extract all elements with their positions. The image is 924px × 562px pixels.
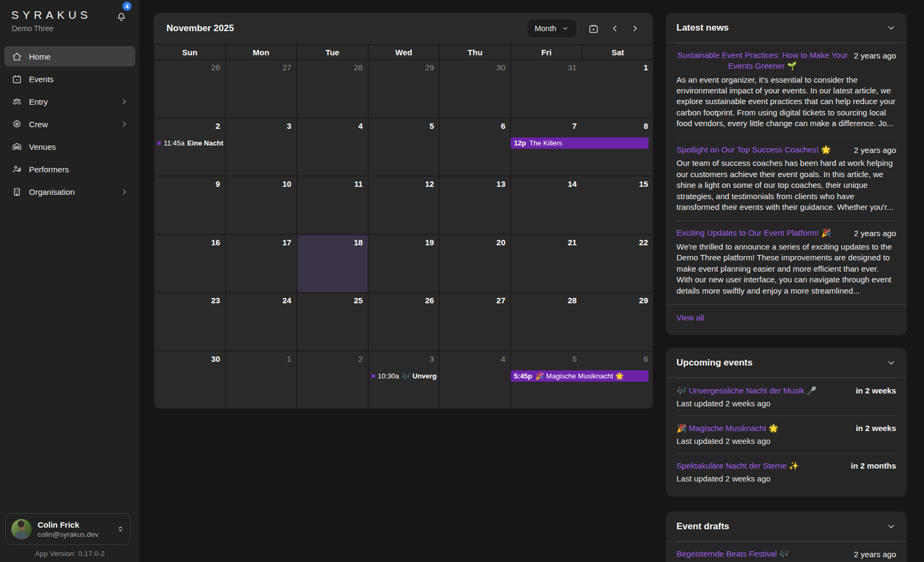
day-number: 22	[586, 238, 648, 247]
organisation-name: Demo Three	[12, 24, 54, 33]
calendar-day-cell[interactable]: 20	[439, 234, 510, 293]
nav-icon	[12, 74, 22, 84]
calendar-day-cell[interactable]: 30	[439, 59, 510, 118]
calendar-day-cell[interactable]: 9	[154, 176, 225, 234]
day-number: 13	[445, 179, 505, 188]
notifications-bell-icon[interactable]	[115, 10, 129, 24]
calendar-day-cell[interactable]: 16	[154, 234, 225, 293]
day-number: 10	[231, 179, 292, 188]
calendar-day-cell[interactable]: 29	[581, 292, 653, 351]
calendar-day-cell[interactable]: 25	[296, 292, 368, 351]
day-number: 2	[159, 121, 220, 130]
news-item-title[interactable]: Sustainable Event Practices: How to Make…	[676, 50, 849, 71]
collapse-chevron-icon[interactable]	[886, 522, 896, 531]
calendar-grid: 26 27 28 29 30 31 1 2 3 4	[154, 59, 653, 408]
nav-label: Home	[29, 52, 50, 61]
event-time: 11:45a	[164, 139, 185, 147]
calendar-day-cell[interactable]: 31	[510, 59, 581, 118]
view-select-button[interactable]: Month	[527, 19, 577, 38]
avatar	[11, 519, 32, 539]
today-calendar-icon[interactable]	[588, 23, 599, 34]
nav-icon	[12, 164, 22, 174]
calendar-day-cell[interactable]: 27	[439, 292, 510, 351]
day-number: 5	[374, 121, 434, 130]
calendar-day-cell[interactable]: 28	[296, 59, 368, 118]
calendar-day-cell[interactable]: 3	[225, 118, 296, 176]
calendar-day-cell[interactable]: 14	[510, 176, 581, 234]
sidebar-item-events[interactable]: Events	[4, 69, 135, 89]
collapse-chevron-icon[interactable]	[886, 23, 896, 33]
chevron-right-icon	[121, 98, 128, 105]
calendar-day-cell[interactable]: 27	[225, 59, 296, 118]
calendar-day-cell[interactable]: 18	[296, 234, 368, 293]
calendar-day-cell[interactable]: 13	[439, 176, 510, 234]
user-profile-menu[interactable]: Colin Frick colin@syrakus.dev	[5, 513, 130, 545]
calendar-event-bar[interactable]: 12pThe Killers	[511, 137, 649, 149]
event-title: 🎉 Magische Musiknacht 🌟	[535, 372, 624, 380]
upcoming-event-title[interactable]: 🎉 Magische Musiknacht 🌟	[676, 424, 779, 433]
sidebar-item-entry[interactable]: Entry	[4, 91, 135, 112]
calendar-event-chip[interactable]: 10:30a🎶 Unvergessliche Nacht der Musik 🎤	[369, 370, 438, 382]
calendar-day-cell[interactable]: 4	[439, 351, 510, 409]
day-number: 3	[374, 354, 434, 363]
calendar-day-cell[interactable]: 5	[368, 118, 439, 176]
upcoming-event-item: 🎉 Magische Musiknacht 🌟 in 2 weeks Last …	[666, 415, 907, 453]
calendar-day-cell[interactable]: 10	[225, 176, 296, 234]
upcoming-event-when: in 2 weeks	[856, 386, 896, 396]
draft-item: Begeisternde Beats Festival 🎶 2 years ag…	[666, 542, 907, 562]
calendar-day-cell[interactable]: 24	[225, 292, 296, 351]
calendar-day-cell[interactable]: 17	[225, 234, 296, 293]
day-number: 30	[445, 63, 505, 72]
collapse-chevron-icon[interactable]	[886, 358, 896, 368]
news-item-title[interactable]: Spotlight on Our Top Success Coaches! 🌟	[676, 144, 849, 155]
calendar-day-cell[interactable]: 6	[439, 118, 510, 176]
nav-label: Venues	[29, 142, 56, 151]
upcoming-events-card: Upcoming events 🎶 Unvergessliche Nacht d…	[666, 348, 907, 497]
calendar-day-cell[interactable]: 4	[296, 118, 368, 176]
calendar-day-cell[interactable]: 21	[510, 234, 581, 293]
calendar-day-cell[interactable]: 15	[581, 176, 653, 234]
calendar-event-bar[interactable]: 5:45p🎉 Magische Musiknacht 🌟	[511, 370, 649, 382]
calendar-day-cell[interactable]: 1	[225, 351, 296, 409]
calendar-day-cell[interactable]: 11	[296, 176, 368, 234]
sidebar-item-organisation[interactable]: Organisation	[4, 181, 135, 202]
calendar-day-cell[interactable]: 12	[368, 176, 439, 234]
day-number: 4	[302, 121, 363, 130]
prev-month-button[interactable]	[610, 24, 620, 33]
calendar-day-cell[interactable]: 2	[296, 351, 368, 409]
next-month-button[interactable]	[630, 24, 640, 33]
calendar-day-cell[interactable]: 28	[510, 292, 581, 351]
weekday-header: Sat	[581, 45, 653, 59]
sidebar-item-venues[interactable]: Venues	[4, 136, 135, 157]
calendar-day-cell[interactable]: 30	[154, 351, 225, 409]
calendar-day-cell[interactable]: 26	[368, 292, 439, 351]
day-number: 5	[516, 354, 577, 363]
calendar-day-cell[interactable]: 23	[154, 292, 225, 351]
nav-label: Crew	[29, 120, 48, 129]
sidebar-item-crew[interactable]: Crew	[4, 114, 135, 134]
day-number: 27	[445, 296, 505, 305]
calendar-day-cell[interactable]: 19	[368, 234, 439, 293]
nav-icon	[12, 187, 22, 197]
news-item-time: 2 years ago	[854, 228, 896, 238]
calendar-day-cell[interactable]: 29	[368, 59, 439, 118]
sidebar-item-home[interactable]: Home	[4, 46, 135, 67]
sidebar-item-performers[interactable]: Performers	[4, 159, 135, 179]
upcoming-event-title[interactable]: Spektakuläre Nacht der Sterne ✨	[676, 461, 799, 471]
view-all-link[interactable]: View all	[676, 313, 704, 322]
calendar-day-cell[interactable]: 1	[581, 59, 653, 118]
news-item-title[interactable]: Exciting Updates to Our Event Platform! …	[676, 228, 849, 238]
calendar-title: November 2025	[166, 23, 234, 34]
event-drafts-title: Event drafts	[676, 521, 729, 532]
calendar-event-chip[interactable]: 11:45aEine Nacht	[155, 137, 223, 149]
draft-item-title[interactable]: Begeisternde Beats Festival 🎶	[676, 549, 849, 559]
upcoming-event-title[interactable]: 🎶 Unvergessliche Nacht der Musik 🎤	[676, 386, 817, 396]
nav-label: Performers	[29, 165, 69, 174]
upcoming-list: 🎶 Unvergessliche Nacht der Musik 🎤 in 2 …	[666, 378, 907, 491]
day-number: 29	[586, 296, 648, 305]
calendar-day-cell[interactable]: 22	[581, 234, 653, 293]
calendar-day-cell[interactable]: 26	[154, 59, 225, 118]
day-number: 12	[374, 179, 434, 188]
notification-count-badge: 4	[122, 2, 132, 11]
calendar-header: November 2025 Month	[154, 13, 653, 44]
